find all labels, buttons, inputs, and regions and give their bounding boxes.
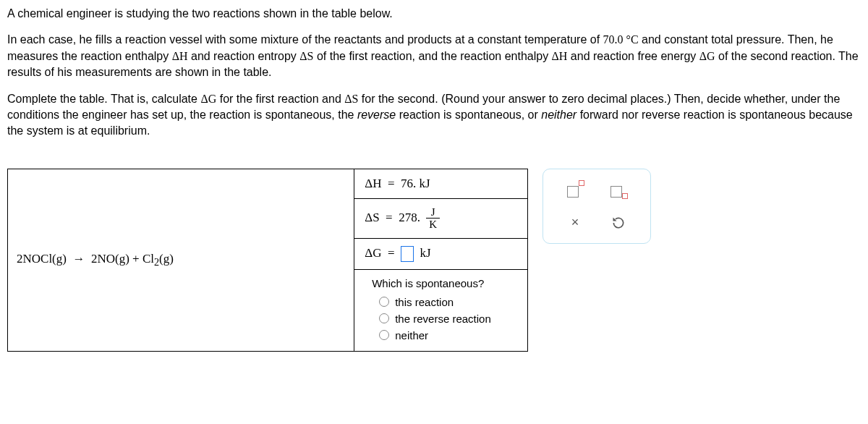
reverse-word: reverse xyxy=(357,109,396,121)
text: and reaction free energy xyxy=(567,50,699,62)
delta-h-label: ΔH xyxy=(365,177,381,190)
delta-s-row: ΔS = 278. J K xyxy=(354,199,527,238)
delta-g-label: ΔG xyxy=(365,246,381,260)
neither-word: neither xyxy=(541,109,576,121)
text: of the first reaction, and the reaction … xyxy=(313,50,551,62)
delta-s-value: 278. xyxy=(399,211,420,224)
delta-h-symbol: ΔH xyxy=(172,50,188,62)
subscript: 2 xyxy=(154,256,159,268)
delta-s-label: ΔS xyxy=(365,211,379,224)
delta-h-symbol: ΔH xyxy=(552,50,568,62)
delta-s-symbol: ΔS xyxy=(344,93,358,105)
option-reverse-reaction[interactable]: the reverse reaction xyxy=(365,310,517,327)
intro-line2: In each case, he fills a reaction vessel… xyxy=(7,32,861,80)
product-b: (g) xyxy=(159,252,174,266)
equation-toolbox: × xyxy=(542,169,651,244)
arrow-icon: → xyxy=(72,252,85,266)
product-a: 2NO(g) + Cl xyxy=(91,252,154,266)
text: In each case, he fills a reaction vessel… xyxy=(7,33,603,46)
intro-line1: A chemical engineer is studying the two … xyxy=(7,6,861,22)
delta-g-unit: kJ xyxy=(420,246,431,260)
delta-g-input[interactable] xyxy=(401,246,414,262)
delta-g-symbol: ΔG xyxy=(200,93,216,105)
option-label: this reaction xyxy=(395,296,454,308)
subscript-button[interactable] xyxy=(604,179,633,200)
x-icon: × xyxy=(571,215,579,230)
text: and reaction entropy xyxy=(188,50,300,62)
reaction-equation-cell: 2NOCl(g) → 2NO(g) + Cl2(g) xyxy=(8,169,354,351)
frac-den: K xyxy=(426,218,440,231)
option-neither[interactable]: neither xyxy=(365,327,517,344)
text: Complete the table. That is, calculate xyxy=(7,93,200,105)
delta-s-symbol: ΔS xyxy=(299,50,313,62)
text: for the first reaction and xyxy=(216,93,344,105)
text: reaction is spontaneous, or xyxy=(396,109,541,121)
intro-line3: Complete the table. That is, calculate Δ… xyxy=(7,91,861,140)
reactant: 2NOCl(g) xyxy=(17,252,67,266)
equals: = xyxy=(388,177,395,190)
fraction-jk: J K xyxy=(426,206,440,231)
reset-icon xyxy=(611,216,626,230)
equals: = xyxy=(386,211,393,224)
option-label: the reverse reaction xyxy=(395,313,491,325)
temperature-value: 70.0 °C xyxy=(603,33,639,46)
radio-icon xyxy=(379,297,389,307)
question-title: Which is spontaneous? xyxy=(365,277,517,289)
delta-g-row: ΔG = kJ xyxy=(354,239,527,269)
delta-h-value: 76. kJ xyxy=(401,177,430,190)
clear-button[interactable]: × xyxy=(561,213,590,233)
reset-button[interactable] xyxy=(604,213,633,233)
option-this-reaction[interactable]: this reaction xyxy=(365,294,517,310)
frac-num: J xyxy=(428,206,438,219)
spontaneity-question: Which is spontaneous? this reaction the … xyxy=(354,270,527,351)
reaction-table: 2NOCl(g) → 2NO(g) + Cl2(g) ΔH = 76. kJ Δ… xyxy=(7,169,528,352)
radio-icon xyxy=(379,330,389,340)
option-label: neither xyxy=(395,329,428,342)
superscript-button[interactable] xyxy=(561,179,590,200)
delta-g-symbol: ΔG xyxy=(699,50,715,62)
delta-h-row: ΔH = 76. kJ xyxy=(354,169,527,198)
equals: = xyxy=(388,246,395,260)
radio-icon xyxy=(379,313,389,323)
